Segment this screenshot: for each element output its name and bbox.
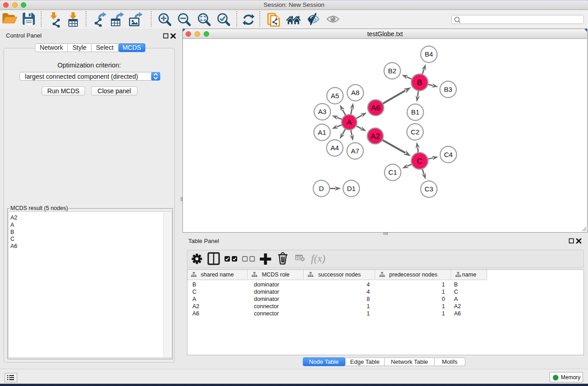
- svg-text:A3: A3: [318, 108, 326, 115]
- svg-text:f(x): f(x): [311, 253, 325, 264]
- svg-text:D1: D1: [347, 185, 355, 192]
- svg-text:A4: A4: [330, 144, 339, 152]
- svg-text:A8: A8: [351, 89, 359, 96]
- svg-text:C2: C2: [411, 128, 419, 136]
- svg-text:B: B: [417, 78, 422, 87]
- svg-text:A2: A2: [371, 132, 380, 141]
- svg-text:B3: B3: [444, 86, 452, 93]
- svg-text:A: A: [347, 118, 352, 127]
- svg-text:B4: B4: [425, 50, 433, 58]
- svg-text:B2: B2: [388, 67, 396, 75]
- svg-text:C: C: [417, 157, 422, 166]
- svg-text:A5: A5: [331, 92, 339, 100]
- svg-text:B1: B1: [411, 108, 419, 116]
- svg-text:D: D: [319, 185, 324, 192]
- svg-text:A6: A6: [371, 104, 381, 112]
- svg-text:A1: A1: [318, 129, 326, 136]
- svg-text:C3: C3: [425, 185, 433, 193]
- svg-text:A7: A7: [351, 147, 359, 155]
- svg-text:C4: C4: [444, 151, 453, 158]
- svg-text:C1: C1: [388, 168, 397, 176]
